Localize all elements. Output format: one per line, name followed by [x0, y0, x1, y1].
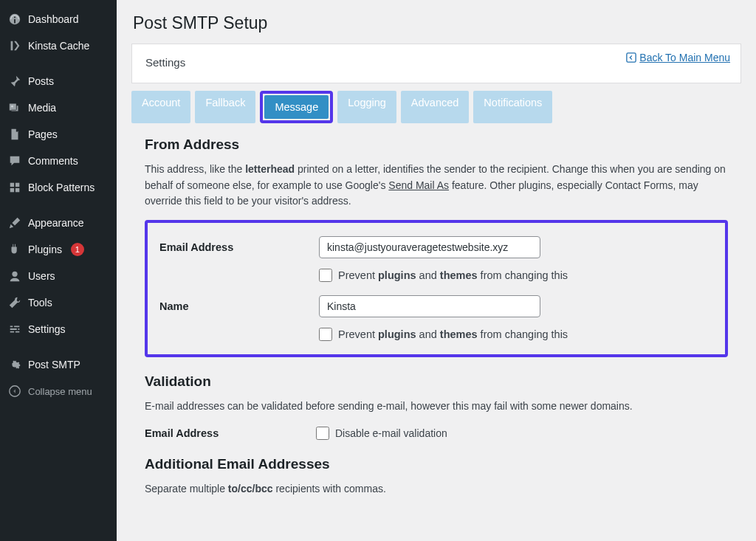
- svg-rect-3: [10, 188, 14, 192]
- svg-rect-1: [10, 183, 14, 187]
- prevent-name-checkbox[interactable]: [319, 328, 332, 341]
- settings-card: Settings Back To Main Menu: [131, 44, 741, 83]
- wrench-icon: [7, 295, 22, 310]
- brush-icon: [7, 216, 22, 230]
- sidebar-item-settings[interactable]: Settings: [0, 316, 117, 342]
- tab-fallback[interactable]: Fallback: [195, 91, 255, 123]
- tabs: Account Fallback Message Logging Advance…: [131, 91, 741, 123]
- back-arrow-icon: [626, 52, 636, 63]
- collapse-icon: [7, 384, 22, 399]
- back-to-main-link[interactable]: Back To Main Menu: [626, 52, 730, 63]
- sidebar-item-posts[interactable]: Posts: [0, 68, 117, 94]
- validation-section: Validation E-mail addresses can be valid…: [145, 373, 728, 440]
- sidebar-item-users[interactable]: Users: [0, 263, 117, 289]
- sidebar-item-media[interactable]: Media: [0, 94, 117, 121]
- tab-advanced[interactable]: Advanced: [401, 91, 470, 123]
- prevent-email-label: Prevent plugins and themes from changing…: [338, 269, 568, 281]
- sliders-icon: [7, 322, 22, 337]
- additional-heading: Additional Email Addresses: [145, 456, 728, 472]
- pin-icon: [7, 74, 22, 89]
- grid-icon: [7, 180, 22, 195]
- sidebar-item-plugins[interactable]: Plugins 1: [0, 236, 117, 263]
- sidebar-item-comments[interactable]: Comments: [0, 148, 117, 174]
- plugins-badge: 1: [71, 243, 84, 256]
- name-input[interactable]: [319, 295, 540, 317]
- tab-message[interactable]: Message: [264, 95, 329, 119]
- email-address-input[interactable]: [319, 236, 540, 258]
- additional-section: Additional Email Addresses Separate mult…: [145, 456, 728, 497]
- user-icon: [7, 269, 22, 283]
- additional-description: Separate multiple to/cc/bcc recipients w…: [145, 481, 728, 497]
- kinsta-icon: [7, 38, 22, 53]
- prevent-email-checkbox[interactable]: [319, 269, 332, 282]
- plugin-icon: [7, 242, 22, 257]
- disable-validation-checkbox[interactable]: [316, 427, 329, 440]
- from-address-description: This address, like the letterhead printe…: [145, 162, 728, 210]
- disable-validation-label: Disable e-mail validation: [335, 427, 447, 439]
- email-address-label: Email Address: [159, 241, 319, 253]
- page-icon: [7, 127, 22, 142]
- svg-rect-7: [627, 53, 636, 62]
- tab-logging[interactable]: Logging: [337, 91, 396, 123]
- validation-email-label: Email Address: [145, 427, 316, 439]
- prevent-name-label: Prevent plugins and themes from changing…: [338, 328, 568, 340]
- validation-description: E-mail addresses can be validated before…: [145, 399, 728, 415]
- sidebar-item-pages[interactable]: Pages: [0, 121, 117, 148]
- gear-icon: [7, 357, 22, 372]
- tab-message-highlight: Message: [260, 91, 333, 123]
- svg-rect-4: [16, 188, 19, 192]
- sidebar-item-post-smtp[interactable]: Post SMTP: [0, 351, 117, 378]
- from-address-section: From Address This address, like the lett…: [145, 137, 728, 357]
- from-address-form: Email Address Prevent plugins and themes…: [145, 220, 728, 357]
- comment-icon: [7, 154, 22, 168]
- dashboard-icon: [7, 12, 22, 27]
- from-address-heading: From Address: [145, 137, 728, 153]
- tab-account[interactable]: Account: [131, 91, 190, 123]
- sidebar-item-appearance[interactable]: Appearance: [0, 210, 117, 236]
- sidebar-item-dashboard[interactable]: Dashboard: [0, 6, 117, 32]
- svg-point-0: [11, 106, 13, 108]
- validation-heading: Validation: [145, 373, 728, 390]
- send-mail-as-link[interactable]: Send Mail As: [388, 179, 449, 191]
- page-title: Post SMTP Setup: [133, 13, 741, 33]
- settings-label: Settings: [145, 56, 185, 69]
- sidebar-item-block-patterns[interactable]: Block Patterns: [0, 174, 117, 201]
- media-icon: [7, 100, 22, 115]
- tab-notifications[interactable]: Notifications: [473, 91, 552, 123]
- sidebar-collapse[interactable]: Collapse menu: [0, 378, 117, 404]
- admin-sidebar: Dashboard Kinsta Cache Posts Media Pages…: [0, 0, 117, 541]
- sidebar-item-kinsta-cache[interactable]: Kinsta Cache: [0, 32, 117, 59]
- svg-point-5: [12, 272, 17, 277]
- main-content: Post SMTP Setup Settings Back To Main Me…: [117, 0, 756, 541]
- name-label: Name: [159, 300, 319, 312]
- sidebar-item-tools[interactable]: Tools: [0, 289, 117, 316]
- svg-rect-2: [16, 183, 19, 187]
